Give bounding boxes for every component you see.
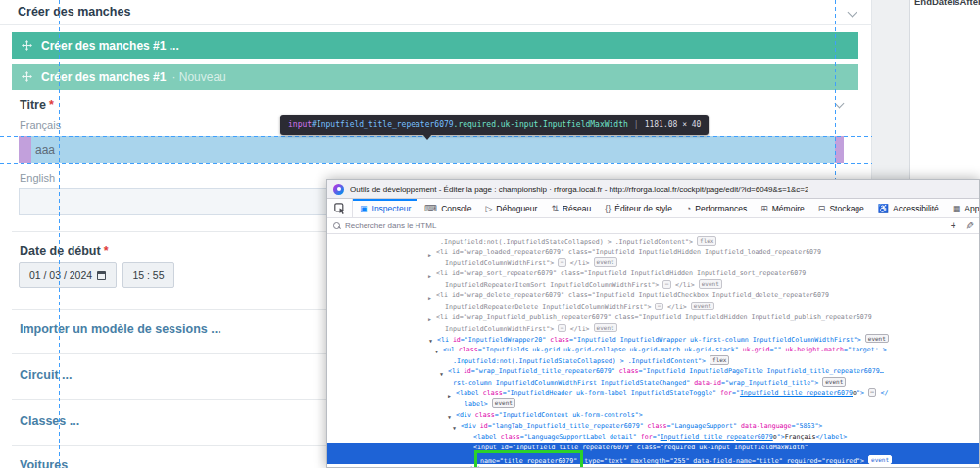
markup-token: <li id="wrap_delete_repeater6079" class=… <box>436 291 829 299</box>
move-icon[interactable] <box>22 71 32 82</box>
chevron-down-icon[interactable] <box>848 8 858 18</box>
event-badge: event <box>699 279 722 289</box>
repeater-item-label: Créer des manches #1 ... <box>41 39 179 53</box>
markup-token: " <box>735 346 743 353</box>
devtools-tree-row[interactable]: ▼<li id="wrap_Inputfield_title_repeater6… <box>327 366 979 377</box>
event-badge: event <box>868 455 892 465</box>
required-asterisk: * <box>49 98 54 112</box>
element-picker-icon[interactable] <box>327 199 353 217</box>
devtools-tab-stockage[interactable]: ⊟Stockage <box>811 199 871 217</box>
devtools-tree-row-selected[interactable]: <input id="Inputfield_title_repeater6079… <box>327 443 979 453</box>
devtools-tree-row[interactable]: InputfieldColumnWidthFirst"> ⋯ </li> eve… <box>327 257 979 268</box>
devtools-tree-row[interactable]: rst-column InputfieldColumnWidthFirst In… <box>327 377 979 388</box>
markup-token: <ul <box>443 346 459 353</box>
lang-label-en: English <box>20 172 55 184</box>
devtools-tree-row[interactable]: ▶<label class="InputfieldHeader uk-form-… <box>327 388 979 398</box>
collapsed-field-3[interactable]: Classes ... <box>20 414 79 428</box>
required-asterisk: * <box>104 244 109 257</box>
header-divider <box>0 24 872 25</box>
repeater-item-header[interactable]: Créer des manches #1· Nouveau <box>12 64 858 90</box>
devtools-titlebar[interactable]: Outils de développement - Éditer la page… <box>327 180 979 199</box>
style-editor-icon: {} <box>605 204 611 213</box>
tab-label: Accessibilité <box>893 204 939 213</box>
tab-label: Éditeur de style <box>614 204 672 213</box>
devtools-tree-row[interactable]: InputfieldRepeaterDelete InputfieldColum… <box>327 302 979 312</box>
devtools-tree-row[interactable]: .Inputfield:not(.InputfieldStateCollapse… <box>327 236 979 247</box>
chevron-down-icon[interactable] <box>835 99 845 109</box>
devtools-tab-r-seau[interactable]: ⇅Réseau <box>544 199 598 217</box>
markup-token: "> <box>857 389 868 397</box>
devtools-tree-row[interactable]: label> event <box>327 398 979 409</box>
devtools-tree-row[interactable]: ▶<li id="wrap_sort_repeater6079" class="… <box>327 268 979 279</box>
devtools-tree-row[interactable]: ▶<li id="wrap_loaded_repeater6079" class… <box>327 247 979 257</box>
markup-token: uk-height-match <box>785 346 844 353</box>
devtools-tree-row[interactable]: ▼<ul class="Inputfields uk-grid uk-grid-… <box>327 345 979 355</box>
devtools-tree-row[interactable]: InputfieldRepeaterItemSort InputfieldCol… <box>327 279 979 290</box>
event-badge: event <box>594 257 617 267</box>
devtools-tree-row[interactable]: InputfieldColumnWidthFirst"> ⋯ </li> eve… <box>327 323 979 334</box>
tab-label: Mémoire <box>772 204 805 213</box>
time-input[interactable]: 15 : 55 <box>122 262 174 288</box>
eyedropper-icon[interactable]: ✎ <box>963 221 974 229</box>
date-input[interactable]: 01 / 03 / 2024 <box>19 262 117 288</box>
markup-token: label> <box>465 400 492 408</box>
markup-token: id <box>453 336 461 344</box>
devtools-tab-m-moire[interactable]: ⊞Mémoire <box>754 199 811 217</box>
devtools-tab--diteur-de-style[interactable]: {}Éditeur de style <box>598 199 679 217</box>
collapsed-content-badge[interactable]: ⋯ <box>662 280 671 289</box>
repeater-item-header[interactable]: Créer des manches #1 ... <box>12 32 858 59</box>
collapsed-content-badge[interactable]: ⋯ <box>558 324 566 333</box>
markup-token: InputfieldWrapper20 <box>468 336 542 344</box>
title-fr-input-value: aaa <box>31 136 835 163</box>
markup-token: =" <box>495 411 503 419</box>
markup-token: langTab_Inputfield_title_repeater6079 <box>496 422 640 430</box>
devtools-tree-row[interactable]: ▼<li id="InputfieldWrapper20" class="Inp… <box>327 334 979 345</box>
markup-token: =" <box>503 389 511 397</box>
collapsed-field-1[interactable]: Importer un modèle de sessions ... <box>20 322 221 336</box>
title-fr-input[interactable]: aaa <box>19 136 844 163</box>
markup-token: =" <box>471 367 479 375</box>
repeater-item-status: · Nouveau <box>172 70 225 84</box>
highlighter-tooltip: input#Inputfield_title_repeater6079.requ… <box>280 115 709 135</box>
markup-token: uk-grid <box>743 346 770 353</box>
devtools-tree-row[interactable]: ▼<div id="langTab_Inputfield_title_repea… <box>327 421 979 432</box>
markup-token: target: > <box>852 346 887 353</box>
collapsed-content-badge[interactable]: ⋯ <box>558 258 566 267</box>
devtools-tree-row[interactable]: .Inputfield:not(.InputfieldStateCollapse… <box>327 355 979 366</box>
move-icon[interactable] <box>22 40 32 51</box>
collapsed-field-2[interactable]: Circuit ... <box>20 368 72 382</box>
devtools-tab-inspecteur[interactable]: ▣Inspecteur <box>353 199 417 217</box>
annotation-green-box: name="title_repeater6079" <box>474 450 583 468</box>
devtools-window: Outils de développement - Éditer la page… <box>326 179 980 468</box>
markup-token: <label <box>456 389 483 397</box>
html-search-input[interactable]: Rechercher dans le HTML <box>345 221 951 230</box>
debugger-icon: ▷ <box>485 204 492 213</box>
devtools-tab-app[interactable]: ▦App <box>946 199 979 217</box>
collapsed-field-4[interactable]: Voitures <box>20 458 68 468</box>
devtools-tree-row[interactable]: ▼<div class="InputfieldContent uk-form-c… <box>327 410 979 421</box>
inspector-icon: ▣ <box>360 204 368 213</box>
markup-token: class <box>501 433 520 441</box>
devtools-tree-row[interactable]: </div> <box>327 464 979 468</box>
add-node-button[interactable]: + <box>951 220 956 231</box>
tab-label: Performances <box>695 204 747 213</box>
tab-label: App <box>964 204 979 213</box>
application-icon: ▦ <box>953 204 961 213</box>
date-field-label: Date de début* <box>20 244 109 257</box>
markup-token: <li id="wrap_loaded_repeater6079" class=… <box>436 248 821 256</box>
collapsed-content-badge[interactable]: ⋯ <box>655 303 663 311</box>
devtools-tab-d-bogueur[interactable]: ▷Débogueur <box>478 199 544 217</box>
markup-token: rst-column InputfieldColumnWidthFirst In… <box>453 379 686 387</box>
event-badge: event <box>865 334 889 344</box>
devtools-tree-row[interactable]: <label class="LanguageSupportLabel detai… <box>327 432 979 443</box>
devtools-tab-accessibilit-[interactable]: ♿Accessibilité <box>871 199 946 217</box>
markup-token: =" <box>639 367 647 375</box>
markup-token: InputfieldContent uk-form-controls <box>503 411 635 419</box>
calendar-icon[interactable] <box>97 271 106 280</box>
devtools-tab-console[interactable]: ⌨Console <box>417 199 478 217</box>
devtools-tree-row[interactable]: ▶<li id="wrap_delete_repeater6079" class… <box>327 290 979 301</box>
devtools-tree-row-selected[interactable]: name="title_repeater6079" type="text" ma… <box>327 453 979 464</box>
devtools-tab-performances[interactable]: ◔Performances <box>679 199 754 217</box>
devtools-tree-row[interactable]: ▶<li id="wrap_Inputfield_publish_repeate… <box>327 312 979 323</box>
highlight-padding-left <box>19 136 31 163</box>
